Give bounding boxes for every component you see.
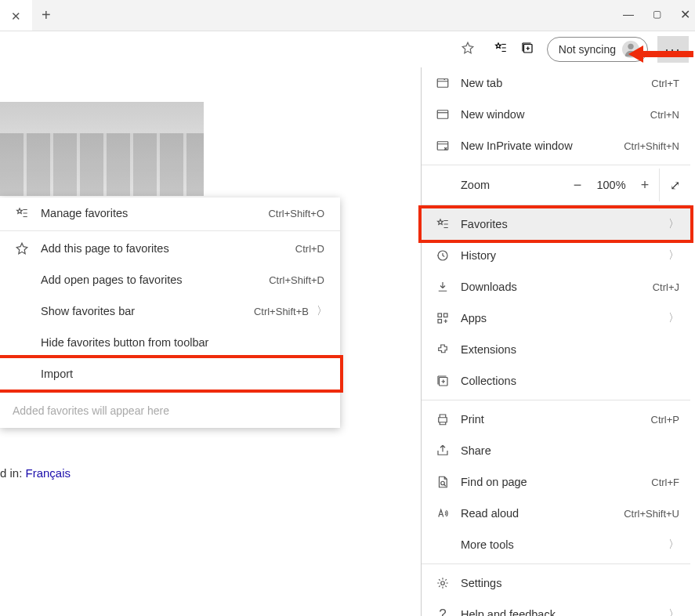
zoom-in-button[interactable]: + [631,177,659,194]
collections-icon [433,374,453,388]
menu-share[interactable]: Share [422,435,690,466]
menu-more-tools[interactable]: More tools 〉 [422,529,690,560]
download-icon [433,280,453,294]
svg-point-11 [441,582,445,585]
svg-rect-3 [437,111,448,119]
window-controls: — ▢ ✕ [623,0,690,28]
titlebar: ✕ + — ▢ ✕ [0,0,695,31]
submenu-manage-favorites[interactable]: Manage favorites Ctrl+Shift+O [0,197,340,229]
favorite-page-icon[interactable] [461,41,475,58]
submenu-show-favorites-bar[interactable]: Show favorites bar Ctrl+Shift+B 〉 [0,295,340,327]
menu-zoom: Zoom − 100% + ⤢ [422,168,690,201]
menu-settings[interactable]: Settings [422,567,690,599]
menu-find[interactable]: Find on page Ctrl+F [422,466,690,498]
toolbar: Not syncing ··· [0,31,695,67]
chevron-right-icon: 〉 [668,311,679,325]
menu-new-tab[interactable]: New tab Ctrl+T [422,67,690,99]
language-link[interactable]: Français [26,466,71,480]
find-icon [433,475,453,489]
favorites-submenu: Manage favorites Ctrl+Shift+O Add this p… [0,197,340,428]
submenu-add-page[interactable]: Add this page to favorites Ctrl+D [0,233,340,264]
submenu-hide-favorites-button[interactable]: Hide favorites button from toolbar [0,327,340,358]
svg-rect-4 [437,142,448,150]
menu-extensions[interactable]: Extensions [422,334,690,365]
submenu-import[interactable]: Import [0,358,340,390]
chevron-right-icon: 〉 [668,607,679,616]
read-aloud-icon [433,506,453,520]
menu-read-aloud[interactable]: Read aloud Ctrl+Shift+U [422,498,690,529]
svg-rect-8 [438,320,442,324]
svg-rect-6 [438,313,442,317]
menu-help[interactable]: ? Help and feedback 〉 [422,599,690,616]
submenu-placeholder: Added favorites will appear here [0,393,340,428]
zoom-out-button[interactable]: − [563,177,592,194]
zoom-value: 100% [592,179,631,191]
new-tab-button[interactable]: + [32,6,60,24]
sync-label: Not syncing [559,43,616,56]
svg-rect-2 [437,79,448,88]
inprivate-icon [433,139,453,153]
history-icon [433,248,453,263]
favorites-icon [13,206,31,220]
extensions-icon [433,342,453,357]
menu-history[interactable]: History 〉 [422,240,690,271]
new-tab-icon [433,76,453,90]
window-icon [433,107,453,121]
annotation-arrow [624,42,695,69]
menu-apps[interactable]: Apps 〉 [422,303,690,334]
maximize-icon[interactable]: ▢ [653,9,661,20]
help-icon: ? [433,607,453,616]
minimize-icon[interactable]: — [623,8,634,20]
close-tab-icon[interactable]: ✕ [8,6,24,27]
menu-collections[interactable]: Collections [422,365,690,397]
main-menu: New tab Ctrl+T New window Ctrl+N New InP… [421,67,690,616]
menu-favorites[interactable]: Favorites 〉 [422,208,690,240]
favorites-list-icon[interactable] [494,41,508,58]
menu-print[interactable]: Print Ctrl+P [422,404,690,435]
menu-new-inprivate[interactable]: New InPrivate window Ctrl+Shift+N [422,130,690,161]
menu-new-window[interactable]: New window Ctrl+N [422,99,690,130]
chevron-right-icon: 〉 [312,304,328,318]
svg-rect-7 [444,313,448,317]
print-icon [433,412,453,426]
chevron-right-icon: 〉 [668,248,679,263]
close-window-icon[interactable]: ✕ [680,7,690,22]
chevron-right-icon: 〉 [668,538,679,552]
language-row: d in: Français [0,466,71,480]
share-icon [433,444,453,458]
apps-icon [433,311,453,325]
favorites-icon [433,217,453,231]
page-doodle-image [0,102,204,196]
fullscreen-button[interactable]: ⤢ [659,168,690,201]
collections-icon[interactable] [520,41,534,58]
submenu-add-open-pages[interactable]: Add open pages to favorites Ctrl+Shift+D [0,264,340,295]
active-tab[interactable]: ✕ [0,0,32,31]
menu-downloads[interactable]: Downloads Ctrl+J [422,271,690,303]
gear-icon [433,576,453,590]
chevron-right-icon: 〉 [668,217,679,231]
star-icon [13,241,31,255]
